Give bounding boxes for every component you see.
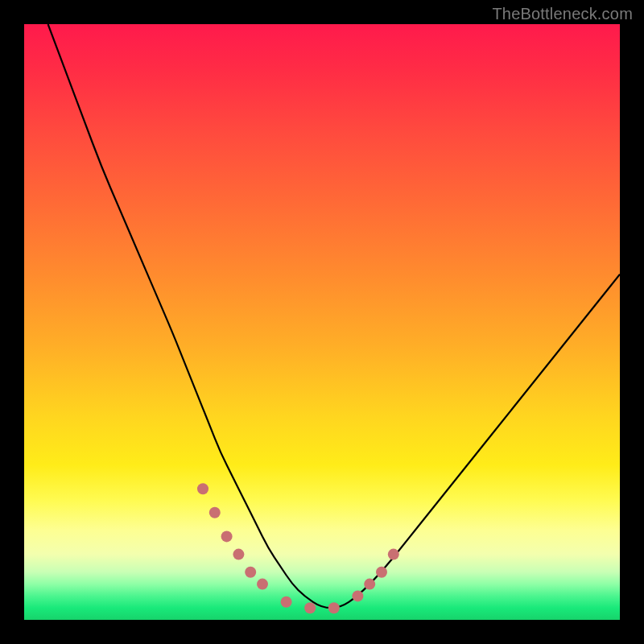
- marker-dot: [233, 549, 244, 560]
- marker-dot: [197, 483, 208, 494]
- watermark-text: TheBottleneck.com: [492, 5, 633, 23]
- marker-dot: [304, 602, 316, 613]
- chart-frame: TheBottleneck.com: [0, 0, 644, 644]
- marker-dot: [388, 549, 399, 560]
- marker-dot: [281, 597, 292, 608]
- marker-dot: [352, 590, 363, 601]
- marker-dot: [245, 567, 256, 578]
- marker-dot: [376, 567, 387, 578]
- marker-dot: [209, 507, 221, 518]
- plot-area: [24, 24, 620, 620]
- marker-dot: [364, 579, 375, 590]
- marker-dot: [221, 530, 233, 542]
- marker-dot: [328, 602, 340, 613]
- bottleneck-curve: [48, 24, 620, 608]
- highlight-markers: [197, 483, 399, 613]
- marker-dot: [257, 579, 268, 590]
- curve-path: [48, 24, 620, 608]
- chart-svg: [24, 24, 620, 620]
